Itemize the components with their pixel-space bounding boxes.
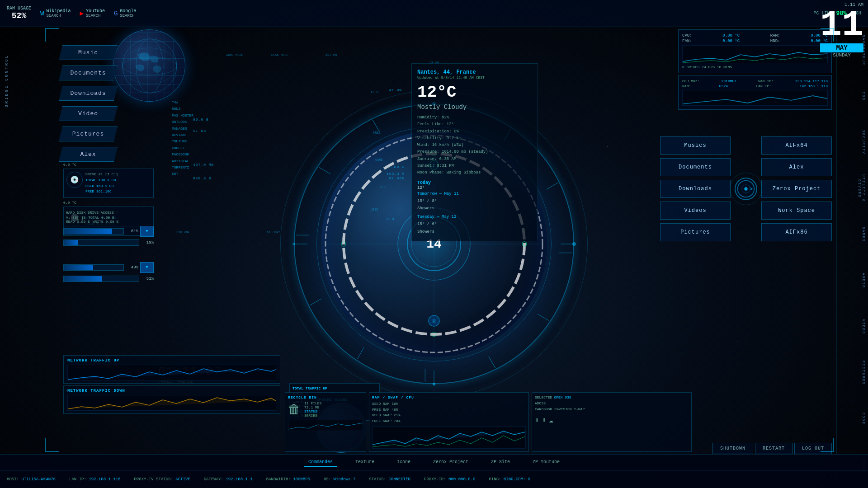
pbar-3-btn[interactable]: ▼ <box>140 262 154 273</box>
cloud-icon[interactable]: ☁ <box>549 416 553 425</box>
bottom-tabs: Commandes Texture Icone Zerox Project ZP… <box>0 454 868 470</box>
app-list-item[interactable]: ROUZ <box>172 106 193 112</box>
recycle-icon: 🗑 <box>288 402 301 417</box>
pbar-row-2: 19% <box>63 239 154 246</box>
status-conn: STATUS: CONNECTED <box>369 477 410 482</box>
right-nav-pictures[interactable]: Pictures <box>660 223 731 241</box>
sys-extra-content: SELECTED OPEN 935 ADCS3 CARDSUSR ENVISIO… <box>535 395 689 425</box>
recycle-content: 🗑 11 FILES 72.1 MB STATUS SERIES <box>288 401 363 418</box>
right-nav-workspace[interactable]: Work Space <box>761 202 832 220</box>
disk-rw-read: READ 0.00 E WRITE 0.00 E <box>66 220 151 224</box>
pbar-2-label: 19% <box>141 240 154 245</box>
right-nav-documents[interactable]: Documents <box>660 158 731 176</box>
app-list-item[interactable]: YOUTUBE <box>172 138 193 145</box>
pbar-2-fill <box>64 240 78 245</box>
corner-bl <box>45 438 59 452</box>
upload-icon[interactable]: ⬆ <box>535 416 539 425</box>
svg-line-13 <box>319 167 330 174</box>
nav-btn-music[interactable]: Music <box>59 45 118 60</box>
corner-tl <box>45 28 59 42</box>
recycle-status: STATUS <box>304 409 321 413</box>
ram-cpu-panel: RAM / SWAP / CPU USED RAM 56% FREE RAM 4… <box>369 392 529 452</box>
disk1-icon: 💿 <box>66 172 83 188</box>
right-nav-aifx64[interactable]: AIFx64 <box>761 136 832 155</box>
right-nav-videos[interactable]: Videos <box>660 202 731 220</box>
nav-btn-downloads[interactable]: Downloads <box>59 86 118 101</box>
tab-zerox[interactable]: Zerox Project <box>429 458 473 467</box>
wikipedia-link[interactable]: W Wikipedia SEARCH <box>40 9 71 18</box>
globe-widget <box>113 29 194 111</box>
app-list-item[interactable]: FACEBOOK <box>172 151 193 158</box>
conn-val: CONNECTED <box>388 477 410 482</box>
right-nav-musics[interactable]: Musics <box>660 136 731 155</box>
sys-fan-row: FAN: 0.00 °C HDD: 0.00 °C <box>682 39 828 43</box>
download-icon[interactable]: ⬇ <box>542 416 547 425</box>
right-nav-zerox[interactable]: Zerox Project <box>761 180 832 198</box>
rw-write: WRITE 0.00 E <box>93 220 119 224</box>
cpu-val: 0.00 °C <box>722 33 740 38</box>
app-list-item[interactable]: OUTLOOK <box>172 119 193 125</box>
ram-cpu-details: USED RAM 56% FREE RAM 46% USED SWAP 21% … <box>372 401 526 424</box>
sidebar-games[interactable]: Games <box>836 211 868 258</box>
app-list: T4# ROUZ PAS HOSTER OUTLOOK MANAGER DEVI… <box>172 99 193 178</box>
net-cpu-label: CPU MHZ: <box>682 79 699 83</box>
hud-label-game-mode: GAME MODE <box>226 53 243 57</box>
extra-icon-row: ⬆ ⬇ ☁ <box>535 416 689 425</box>
disk1-info: DRIVE #1 [I C:] TOTAL 188.3 GB USED 160.… <box>85 172 118 195</box>
shutdown-button[interactable]: SHUTDOWN <box>712 443 753 454</box>
youtube-label: YouTube <box>86 9 105 14</box>
recycle-files: 11 FILES <box>304 401 321 405</box>
net-ram-label: RAM: <box>682 84 691 88</box>
sidebar-security[interactable]: Security <box>836 119 868 165</box>
sidebar-pictures[interactable]: Pictures <box>836 350 868 396</box>
svg-line-12 <box>296 229 309 241</box>
tab-texture[interactable]: Texture <box>351 458 379 467</box>
recycle-info: 11 FILES 72.1 MB STATUS SERIES <box>304 401 321 418</box>
weather-today-temp: 12° <box>417 186 425 190</box>
nav-btn-pictures[interactable]: Pictures <box>59 127 118 141</box>
app-list-item[interactable]: TORRENTZ <box>172 164 193 171</box>
svg-line-8 <box>485 357 499 368</box>
nav-btn-documents[interactable]: Documents <box>59 66 118 80</box>
nav-btn-video[interactable]: Video <box>59 106 118 121</box>
net-up-svg <box>68 365 276 380</box>
rw-v88: V: 88[ ]E <box>66 216 85 220</box>
status-host: HOST: UTILISA-WK4N76 <box>7 477 56 482</box>
app-list-item[interactable]: MANAGER <box>172 126 193 132</box>
sidebar-audio[interactable]: Audio <box>836 258 868 304</box>
tab-icone[interactable]: Icone <box>392 458 415 467</box>
net-lan-val: 192.168.1.118 <box>800 84 828 88</box>
nav-btn-alex[interactable]: Alex <box>59 147 118 162</box>
sidebar-utility[interactable]: Utility & Divers <box>836 165 868 211</box>
right-nav-alex[interactable]: Alex <box>761 158 832 176</box>
extra-open: OPEN 935 <box>554 395 571 399</box>
net-chart <box>682 90 828 106</box>
svg-point-37 <box>123 48 177 84</box>
restart-button[interactable]: RESTART <box>755 443 793 454</box>
tab-zp-site[interactable]: ZP Site <box>486 458 514 467</box>
pbar-2 <box>63 239 139 246</box>
svg-point-39 <box>742 185 750 193</box>
ram-cpu-chart <box>372 426 526 449</box>
app-list-item[interactable]: EDT <box>172 171 193 177</box>
pbar-1-btn[interactable]: ▼ <box>140 226 154 237</box>
app-list-item[interactable]: T4# <box>172 99 193 106</box>
app-list-item[interactable]: GOOGLE <box>172 145 193 151</box>
cpu-mini-chart <box>682 45 828 63</box>
recycle-series: SERIES <box>304 413 321 418</box>
app-list-item[interactable]: PAS HOSTER <box>172 113 193 119</box>
right-nav-aifx86[interactable]: AIFx86 <box>761 223 832 241</box>
google-link[interactable]: G Google SEARCH <box>114 9 136 18</box>
right-nav-downloads[interactable]: Downloads <box>660 180 731 198</box>
net-up-section: NETWORK TRAFFIC UP <box>63 355 280 384</box>
app-list-item[interactable]: DEVIANT <box>172 132 193 138</box>
tab-zp-youtube[interactable]: ZP Youtube <box>528 458 564 467</box>
youtube-link[interactable]: ▶ YouTube SEARCH <box>80 9 104 18</box>
app-list-item[interactable]: ARTISTAL <box>172 158 193 164</box>
tab-commandes[interactable]: Commandes <box>304 458 337 467</box>
hud-val-52: 52.06% <box>389 176 405 180</box>
sidebar-video[interactable]: Video <box>836 304 868 350</box>
drives-info: 0 DRIVES 74 HRS 18 MINS <box>682 65 828 69</box>
sidebar-css[interactable]: CSS <box>836 73 868 119</box>
sidebar-code[interactable]: Code <box>836 396 868 442</box>
